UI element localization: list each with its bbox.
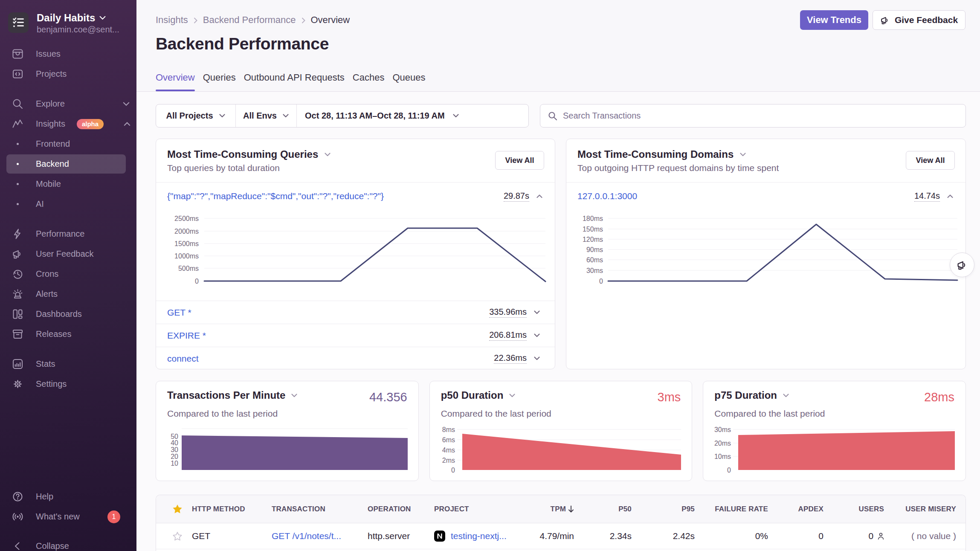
svg-text:1000ms: 1000ms	[174, 252, 199, 260]
svg-text:90ms: 90ms	[586, 246, 603, 253]
svg-text:4ms: 4ms	[442, 447, 455, 454]
svg-text:30ms: 30ms	[714, 426, 731, 433]
svg-text:0: 0	[195, 278, 199, 285]
svg-text:2000ms: 2000ms	[174, 228, 199, 235]
svg-text:20ms: 20ms	[714, 440, 731, 447]
svg-text:20: 20	[171, 453, 178, 460]
svg-text:180ms: 180ms	[583, 215, 603, 222]
svg-text:120ms: 120ms	[583, 236, 603, 243]
svg-text:30: 30	[171, 446, 178, 453]
svg-text:60ms: 60ms	[586, 256, 603, 264]
svg-text:2500ms: 2500ms	[174, 215, 199, 222]
svg-text:10ms: 10ms	[714, 453, 731, 460]
svg-text:1500ms: 1500ms	[174, 240, 199, 247]
svg-text:2ms: 2ms	[442, 457, 455, 464]
svg-text:40: 40	[171, 439, 178, 447]
svg-text:10: 10	[171, 460, 178, 467]
svg-text:500ms: 500ms	[178, 265, 199, 272]
svg-text:0: 0	[727, 467, 731, 474]
svg-text:8ms: 8ms	[442, 426, 455, 433]
svg-text:0: 0	[599, 278, 603, 285]
svg-text:30ms: 30ms	[586, 267, 603, 274]
svg-text:6ms: 6ms	[442, 436, 455, 444]
svg-text:0: 0	[451, 467, 455, 474]
svg-text:150ms: 150ms	[583, 226, 603, 233]
